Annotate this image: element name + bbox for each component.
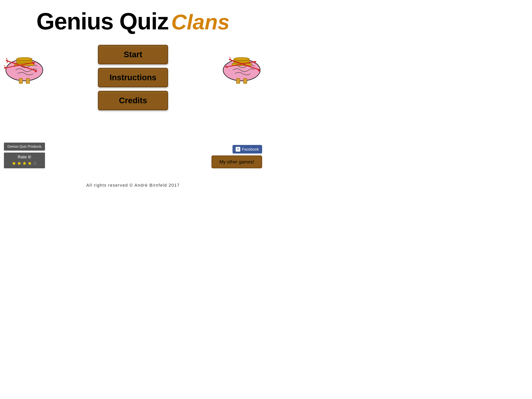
title-area: Genius Quiz Clans bbox=[0, 8, 266, 35]
bottom-left-panel: Genius Quiz Products Rate it! ★ ★ ★ ★ ☆ bbox=[4, 143, 45, 168]
star-5: ☆ bbox=[33, 160, 37, 166]
svg-marker-20 bbox=[229, 58, 231, 61]
star-1: ★ bbox=[12, 160, 16, 166]
other-games-button[interactable]: My other games! bbox=[211, 155, 262, 168]
instructions-button[interactable]: Instructions bbox=[98, 68, 168, 87]
center-buttons: Start Instructions Credits bbox=[98, 45, 168, 110]
credits-label: Credits bbox=[119, 96, 147, 105]
products-label: Genius Quiz Products bbox=[7, 145, 41, 148]
svg-point-15 bbox=[234, 58, 249, 61]
svg-point-3 bbox=[17, 58, 32, 61]
instructions-label: Instructions bbox=[110, 73, 156, 82]
facebook-button[interactable]: f Facebook bbox=[233, 145, 262, 154]
footer: All rights reserved © André Birnfeld 201… bbox=[0, 183, 266, 188]
credits-button[interactable]: Credits bbox=[98, 91, 168, 110]
start-label: Start bbox=[124, 50, 142, 59]
footer-text: All rights reserved © André Birnfeld 201… bbox=[86, 183, 180, 188]
facebook-icon: f bbox=[236, 147, 240, 152]
svg-rect-16 bbox=[236, 78, 240, 84]
bottom-right-panel: f Facebook My other games! bbox=[211, 145, 262, 168]
facebook-label: Facebook bbox=[242, 147, 259, 152]
mascot-right bbox=[221, 45, 262, 84]
stars-container: ★ ★ ★ ★ ☆ bbox=[7, 160, 41, 166]
title-clans: Clans bbox=[171, 10, 230, 34]
rate-label: Rate it! bbox=[7, 154, 41, 160]
start-button[interactable]: Start bbox=[98, 45, 168, 64]
other-games-label: My other games! bbox=[219, 159, 254, 164]
mascot-left bbox=[4, 45, 45, 84]
products-button[interactable]: Genius Quiz Products bbox=[4, 143, 45, 151]
title-genius-quiz: Genius Quiz bbox=[36, 8, 168, 34]
svg-rect-17 bbox=[243, 78, 247, 84]
star-4: ★ bbox=[27, 160, 32, 166]
star-2: ★ bbox=[17, 160, 21, 166]
rate-button[interactable]: Rate it! ★ ★ ★ ★ ☆ bbox=[4, 153, 45, 168]
svg-rect-5 bbox=[26, 78, 30, 84]
svg-rect-4 bbox=[19, 78, 23, 84]
star-3: ★ bbox=[22, 160, 27, 166]
